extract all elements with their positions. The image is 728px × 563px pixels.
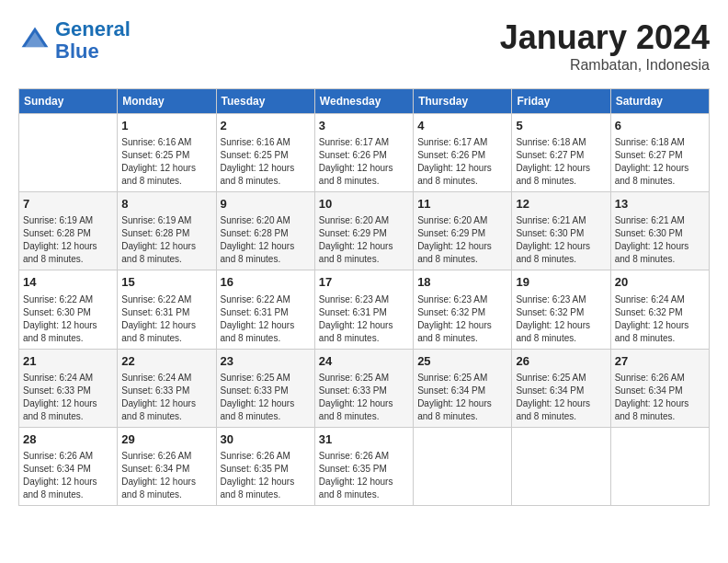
calendar-cell: 9Sunrise: 6:20 AMSunset: 6:28 PMDaylight… xyxy=(216,192,314,270)
day-number: 18 xyxy=(417,274,507,291)
calendar-cell: 17Sunrise: 6:23 AMSunset: 6:31 PMDayligh… xyxy=(314,270,413,349)
day-info: Sunrise: 6:19 AMSunset: 6:28 PMDaylight:… xyxy=(121,214,211,266)
day-number: 26 xyxy=(516,353,606,370)
day-number: 27 xyxy=(615,353,705,370)
col-header-wednesday: Wednesday xyxy=(314,89,413,114)
calendar-cell: 24Sunrise: 6:25 AMSunset: 6:33 PMDayligh… xyxy=(314,349,413,427)
day-number: 15 xyxy=(121,274,211,291)
day-number: 11 xyxy=(417,196,507,213)
calendar-cell: 2Sunrise: 6:16 AMSunset: 6:25 PMDaylight… xyxy=(216,114,314,192)
calendar-cell: 11Sunrise: 6:20 AMSunset: 6:29 PMDayligh… xyxy=(414,192,512,270)
calendar-cell xyxy=(414,427,512,505)
day-info: Sunrise: 6:24 AMSunset: 6:32 PMDaylight:… xyxy=(615,293,705,345)
day-info: Sunrise: 6:25 AMSunset: 6:34 PMDaylight:… xyxy=(516,372,606,423)
day-info: Sunrise: 6:23 AMSunset: 6:32 PMDaylight:… xyxy=(417,293,507,345)
calendar-cell: 23Sunrise: 6:25 AMSunset: 6:33 PMDayligh… xyxy=(216,349,314,427)
day-info: Sunrise: 6:17 AMSunset: 6:26 PMDaylight:… xyxy=(417,136,507,188)
day-number: 3 xyxy=(319,118,409,134)
day-number: 7 xyxy=(23,196,113,213)
day-info: Sunrise: 6:26 AMSunset: 6:35 PMDaylight:… xyxy=(319,450,409,501)
day-info: Sunrise: 6:22 AMSunset: 6:31 PMDaylight:… xyxy=(221,293,311,345)
day-number: 29 xyxy=(121,431,211,448)
day-number: 10 xyxy=(319,196,409,213)
col-header-sunday: Sunday xyxy=(19,89,118,114)
calendar-cell: 31Sunrise: 6:26 AMSunset: 6:35 PMDayligh… xyxy=(314,427,413,505)
day-info: Sunrise: 6:23 AMSunset: 6:32 PMDaylight:… xyxy=(516,293,606,345)
col-header-tuesday: Tuesday xyxy=(216,89,314,114)
month-title: January 2024 xyxy=(500,18,710,57)
calendar-cell xyxy=(19,114,118,192)
day-info: Sunrise: 6:25 AMSunset: 6:33 PMDaylight:… xyxy=(221,372,311,423)
calendar-table: SundayMondayTuesdayWednesdayThursdayFrid… xyxy=(18,88,710,506)
day-info: Sunrise: 6:25 AMSunset: 6:34 PMDaylight:… xyxy=(417,372,507,423)
calendar-cell: 5Sunrise: 6:18 AMSunset: 6:27 PMDaylight… xyxy=(512,114,610,192)
day-number: 4 xyxy=(417,118,507,134)
day-number: 14 xyxy=(23,274,113,291)
col-header-monday: Monday xyxy=(118,89,216,114)
calendar-cell: 12Sunrise: 6:21 AMSunset: 6:30 PMDayligh… xyxy=(512,192,610,270)
day-info: Sunrise: 6:22 AMSunset: 6:30 PMDaylight:… xyxy=(23,293,113,345)
day-number: 5 xyxy=(516,118,606,134)
calendar-cell xyxy=(610,427,709,505)
day-number: 30 xyxy=(221,431,311,448)
calendar-cell: 14Sunrise: 6:22 AMSunset: 6:30 PMDayligh… xyxy=(19,270,118,349)
day-info: Sunrise: 6:24 AMSunset: 6:33 PMDaylight:… xyxy=(23,372,113,423)
day-info: Sunrise: 6:20 AMSunset: 6:29 PMDaylight:… xyxy=(417,214,507,266)
day-number: 19 xyxy=(516,274,606,291)
day-info: Sunrise: 6:20 AMSunset: 6:29 PMDaylight:… xyxy=(319,214,409,266)
day-info: Sunrise: 6:26 AMSunset: 6:35 PMDaylight:… xyxy=(221,450,311,501)
day-number: 13 xyxy=(615,196,705,213)
logo-blue: Blue xyxy=(55,40,99,63)
calendar-week-row: 1Sunrise: 6:16 AMSunset: 6:25 PMDaylight… xyxy=(19,114,710,192)
col-header-thursday: Thursday xyxy=(414,89,512,114)
page-header: General Blue January 2024 Rambatan, Indo… xyxy=(18,18,710,74)
calendar-cell: 1Sunrise: 6:16 AMSunset: 6:25 PMDaylight… xyxy=(118,114,216,192)
calendar-cell: 21Sunrise: 6:24 AMSunset: 6:33 PMDayligh… xyxy=(19,349,118,427)
calendar-cell: 15Sunrise: 6:22 AMSunset: 6:31 PMDayligh… xyxy=(118,270,216,349)
calendar-header-row: SundayMondayTuesdayWednesdayThursdayFrid… xyxy=(19,89,710,114)
calendar-cell: 4Sunrise: 6:17 AMSunset: 6:26 PMDaylight… xyxy=(414,114,512,192)
day-info: Sunrise: 6:17 AMSunset: 6:26 PMDaylight:… xyxy=(319,136,409,188)
calendar-cell: 28Sunrise: 6:26 AMSunset: 6:34 PMDayligh… xyxy=(19,427,118,505)
calendar-cell: 22Sunrise: 6:24 AMSunset: 6:33 PMDayligh… xyxy=(118,349,216,427)
calendar-cell: 8Sunrise: 6:19 AMSunset: 6:28 PMDaylight… xyxy=(118,192,216,270)
calendar-cell: 29Sunrise: 6:26 AMSunset: 6:34 PMDayligh… xyxy=(118,427,216,505)
calendar-week-row: 7Sunrise: 6:19 AMSunset: 6:28 PMDaylight… xyxy=(19,192,710,270)
calendar-cell: 10Sunrise: 6:20 AMSunset: 6:29 PMDayligh… xyxy=(314,192,413,270)
calendar-cell: 26Sunrise: 6:25 AMSunset: 6:34 PMDayligh… xyxy=(512,349,610,427)
day-number: 1 xyxy=(121,118,211,134)
day-number: 21 xyxy=(23,353,113,370)
day-number: 16 xyxy=(221,274,311,291)
logo-text: General Blue xyxy=(55,18,131,63)
day-number: 28 xyxy=(23,431,113,448)
calendar-week-row: 28Sunrise: 6:26 AMSunset: 6:34 PMDayligh… xyxy=(19,427,710,505)
calendar-cell: 13Sunrise: 6:21 AMSunset: 6:30 PMDayligh… xyxy=(610,192,709,270)
day-number: 31 xyxy=(319,431,409,448)
day-info: Sunrise: 6:26 AMSunset: 6:34 PMDaylight:… xyxy=(615,372,705,423)
calendar-cell: 30Sunrise: 6:26 AMSunset: 6:35 PMDayligh… xyxy=(216,427,314,505)
col-header-friday: Friday xyxy=(512,89,610,114)
day-info: Sunrise: 6:21 AMSunset: 6:30 PMDaylight:… xyxy=(615,214,705,266)
calendar-week-row: 21Sunrise: 6:24 AMSunset: 6:33 PMDayligh… xyxy=(19,349,710,427)
day-info: Sunrise: 6:21 AMSunset: 6:30 PMDaylight:… xyxy=(516,214,606,266)
col-header-saturday: Saturday xyxy=(610,89,709,114)
day-number: 25 xyxy=(417,353,507,370)
calendar-cell: 3Sunrise: 6:17 AMSunset: 6:26 PMDaylight… xyxy=(314,114,413,192)
calendar-cell: 19Sunrise: 6:23 AMSunset: 6:32 PMDayligh… xyxy=(512,270,610,349)
day-info: Sunrise: 6:25 AMSunset: 6:33 PMDaylight:… xyxy=(319,372,409,423)
day-number: 12 xyxy=(516,196,606,213)
day-info: Sunrise: 6:19 AMSunset: 6:28 PMDaylight:… xyxy=(23,214,113,266)
day-number: 24 xyxy=(319,353,409,370)
day-number: 9 xyxy=(221,196,311,213)
logo-general: General xyxy=(55,17,131,40)
day-info: Sunrise: 6:23 AMSunset: 6:31 PMDaylight:… xyxy=(319,293,409,345)
day-info: Sunrise: 6:26 AMSunset: 6:34 PMDaylight:… xyxy=(23,450,113,501)
day-info: Sunrise: 6:20 AMSunset: 6:28 PMDaylight:… xyxy=(221,214,311,266)
day-number: 22 xyxy=(121,353,211,370)
calendar-cell: 6Sunrise: 6:18 AMSunset: 6:27 PMDaylight… xyxy=(610,114,709,192)
day-info: Sunrise: 6:18 AMSunset: 6:27 PMDaylight:… xyxy=(615,136,705,188)
day-number: 17 xyxy=(319,274,409,291)
calendar-cell: 20Sunrise: 6:24 AMSunset: 6:32 PMDayligh… xyxy=(610,270,709,349)
day-number: 6 xyxy=(615,118,705,134)
day-number: 8 xyxy=(121,196,211,213)
